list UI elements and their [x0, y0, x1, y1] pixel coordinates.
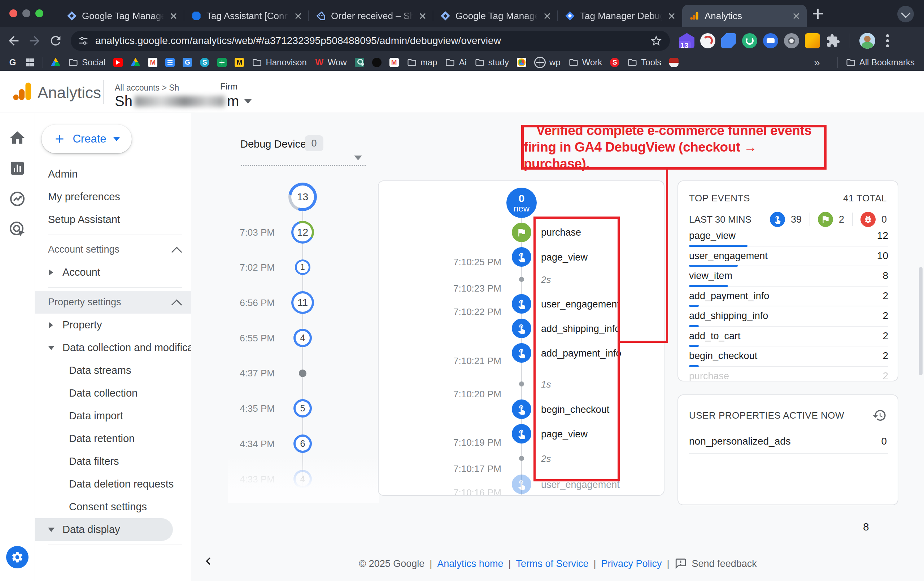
tab-tag-manager-debug[interactable]: Tag Manager Debug Mod — [558, 5, 682, 27]
tab-close-icon[interactable] — [543, 11, 552, 21]
bookmark-item[interactable]: M — [389, 58, 399, 67]
tab-google-tag-manager[interactable]: Google Tag Manager — [59, 5, 184, 27]
event-touch-icon[interactable] — [512, 247, 531, 267]
chevron-up-icon[interactable] — [172, 300, 182, 310]
tab-close-icon[interactable] — [169, 11, 178, 21]
sidebar-item-data-streams[interactable]: Data streams — [35, 359, 191, 382]
bookmark-item[interactable] — [669, 58, 678, 67]
event-touch-icon[interactable] — [512, 294, 531, 314]
caret-right-icon[interactable] — [49, 269, 53, 276]
minute-bubble[interactable]: 5 — [294, 399, 312, 418]
bookmarks-overflow-chevron[interactable]: » — [805, 56, 830, 69]
bookmark-item[interactable]: M — [234, 58, 244, 67]
minute-dot[interactable] — [299, 370, 307, 377]
top-event-row[interactable]: begin_checkout2 — [689, 348, 888, 368]
bookmark-item[interactable]: G — [8, 58, 17, 67]
extension-icon[interactable] — [805, 33, 820, 48]
extension-icon[interactable] — [700, 33, 715, 48]
analytics-home-link[interactable]: Analytics home — [437, 558, 503, 569]
window-minimize-button[interactable] — [22, 9, 30, 17]
device-selector-caret-icon[interactable] — [354, 155, 362, 160]
window-close-button[interactable] — [9, 9, 17, 17]
bookmark-item[interactable] — [25, 58, 35, 67]
tab-search-menu-button[interactable] — [897, 6, 914, 22]
browser-profile-avatar[interactable] — [860, 33, 875, 49]
caret-down-icon[interactable] — [48, 346, 54, 350]
bookmark-item[interactable] — [165, 58, 175, 67]
minute-bubble[interactable]: 11 — [291, 291, 314, 314]
top-event-row[interactable]: add_payment_info2 — [689, 287, 888, 308]
event-touch-icon[interactable] — [512, 319, 531, 338]
explore-icon[interactable] — [9, 190, 26, 208]
window-zoom-button[interactable] — [35, 9, 43, 17]
screenshot-extension-icon[interactable] — [784, 33, 799, 48]
extension-icon[interactable]: 13 — [679, 33, 695, 48]
bookmark-item[interactable]: WWow — [315, 58, 347, 68]
sidebar-item-data-import[interactable]: Data import — [35, 404, 191, 427]
minute-bubble[interactable]: 12 — [291, 221, 314, 244]
bookmark-item[interactable] — [131, 58, 140, 67]
bookmark-star-icon[interactable] — [650, 34, 663, 47]
bookmark-item[interactable]: S — [200, 58, 210, 67]
top-event-row[interactable]: add_to_cart2 — [689, 328, 888, 348]
sidebar-item-data-display[interactable]: Data display — [35, 518, 173, 541]
tab-close-icon[interactable] — [294, 11, 303, 21]
bookmark-folder[interactable]: Tools — [627, 58, 661, 68]
create-button[interactable]: Create — [41, 124, 132, 154]
caret-down-icon[interactable] — [48, 528, 54, 532]
bookmark-folder[interactable]: map — [407, 58, 437, 68]
reload-icon[interactable] — [48, 33, 63, 48]
tab-close-icon[interactable] — [792, 11, 801, 21]
bookmark-folder[interactable]: Ai — [445, 58, 466, 68]
sidebar-item-data-retention[interactable]: Data retention — [35, 427, 191, 450]
tag-assistant-extension-icon[interactable] — [721, 33, 736, 48]
top-event-row[interactable]: page_view12 — [689, 227, 888, 248]
top-event-row[interactable]: view_item8 — [689, 267, 888, 287]
new-tab-button[interactable] — [812, 8, 824, 20]
reports-icon[interactable] — [9, 160, 26, 177]
event-touch-icon[interactable] — [512, 399, 531, 419]
sidebar-item-data-collection-modification[interactable]: Data collection and modifica... — [35, 336, 191, 359]
bookmark-item[interactable] — [113, 58, 123, 67]
minute-bubble[interactable]: 6 — [294, 434, 312, 453]
sidebar-item-property[interactable]: Property — [35, 314, 191, 336]
section-property-settings[interactable]: Property settings — [35, 291, 191, 314]
bookmark-item[interactable] — [372, 58, 381, 67]
event-touch-icon[interactable] — [512, 343, 531, 363]
privacy-link[interactable]: Privacy Policy — [601, 558, 662, 569]
url-text[interactable]: analytics.google.com/analytics/web/#/a37… — [95, 35, 650, 46]
bookmark-folder[interactable]: Hanovison — [252, 58, 307, 68]
minute-bubble[interactable]: 13 — [289, 183, 317, 211]
tab-google-tag-manager-2[interactable]: Google Tag Manager — [433, 5, 558, 27]
conversion-flag-icon[interactable] — [512, 223, 531, 242]
new-events-badge[interactable]: 0 new — [507, 188, 537, 218]
all-bookmarks-folder[interactable]: All Bookmarks — [846, 58, 915, 68]
bookmark-folder[interactable]: study — [475, 58, 509, 68]
bookmark-item[interactable] — [517, 58, 526, 67]
send-feedback-link[interactable]: Send feedback — [692, 558, 757, 569]
bookmark-item[interactable] — [217, 58, 227, 67]
extension-icon[interactable] — [763, 33, 778, 48]
tab-close-icon[interactable] — [418, 11, 427, 21]
sidebar-item-setup-assistant[interactable]: Setup Assistant — [35, 208, 191, 231]
bookmark-item[interactable]: wp — [534, 57, 561, 68]
scrollbar-thumb[interactable] — [919, 267, 922, 375]
sidebar-item-admin[interactable]: Admin — [35, 163, 191, 185]
event-touch-icon[interactable] — [512, 475, 531, 494]
tab-close-icon[interactable] — [667, 11, 676, 21]
top-event-row[interactable]: purchase2 — [689, 368, 888, 382]
minute-bubble[interactable]: 4 — [294, 329, 312, 347]
advertising-icon[interactable] — [9, 221, 26, 238]
bookmark-item[interactable]: S — [610, 58, 619, 67]
sidebar-item-data-deletion-requests[interactable]: Data deletion requests — [35, 473, 191, 495]
bookmark-folder[interactable]: Work — [568, 58, 602, 68]
bookmark-item[interactable] — [51, 58, 60, 67]
tab-tag-assistant[interactable]: Tag Assistant [Connecte — [184, 5, 309, 27]
chevron-up-icon[interactable] — [172, 247, 182, 257]
history-icon[interactable] — [872, 408, 887, 423]
caret-right-icon[interactable] — [49, 322, 53, 328]
event-touch-icon[interactable] — [512, 424, 531, 444]
admin-gear-button[interactable] — [6, 546, 28, 568]
sidebar-item-my-preferences[interactable]: My preferences — [35, 185, 191, 208]
sidebar-item-account[interactable]: Account — [35, 261, 191, 284]
